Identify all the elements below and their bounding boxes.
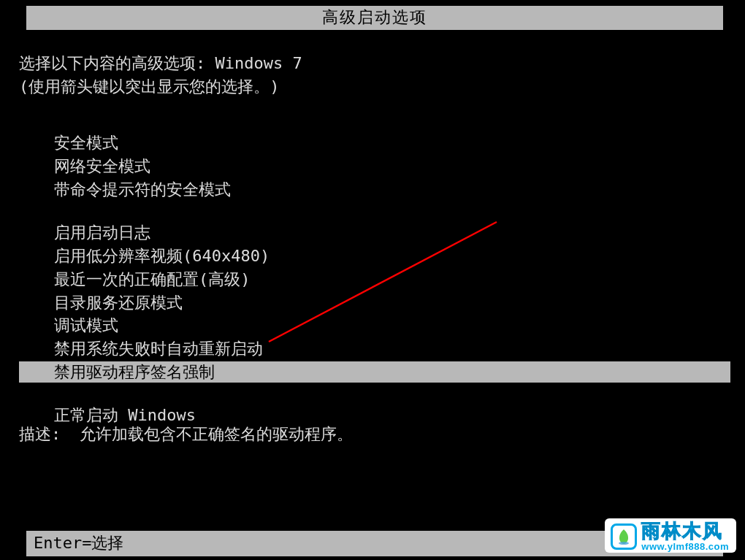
menu-item-safe-mode-command[interactable]: 带命令提示符的安全模式 bbox=[26, 179, 730, 201]
menu-item-ds-restore[interactable]: 目录服务还原模式 bbox=[26, 292, 730, 314]
watermark: 雨林木风 www.ylmf888.com bbox=[605, 518, 736, 553]
boot-menu: 安全模式 网络安全模式 带命令提示符的安全模式 启用启动日志 启用低分辨率视频(… bbox=[26, 132, 730, 426]
menu-item-safe-mode-networking[interactable]: 网络安全模式 bbox=[26, 156, 730, 177]
description-text: 允许加载包含不正确签名的驱动程序。 bbox=[80, 425, 353, 443]
title-text: 高级启动选项 bbox=[322, 8, 427, 26]
menu-item-safe-mode[interactable]: 安全模式 bbox=[26, 132, 730, 154]
description-label: 描述: bbox=[19, 425, 61, 443]
title-bar: 高级启动选项 bbox=[26, 6, 723, 30]
menu-item-disable-driver-sig[interactable]: 禁用驱动程序签名强制 bbox=[19, 361, 730, 383]
watermark-text: 雨林木风 www.ylmf888.com bbox=[641, 521, 729, 551]
menu-spacer bbox=[26, 202, 730, 222]
menu-item-low-res-video[interactable]: 启用低分辨率视频(640x480) bbox=[26, 245, 730, 267]
enter-hint: Enter=选择 bbox=[34, 534, 123, 552]
svg-point-1 bbox=[619, 542, 629, 545]
menu-item-disable-auto-restart[interactable]: 禁用系统失败时自动重新启动 bbox=[26, 338, 730, 360]
menu-item-debug-mode[interactable]: 调试模式 bbox=[26, 315, 730, 337]
description-block: 描述: 允许加载包含不正确签名的驱动程序。 bbox=[19, 423, 353, 445]
hint-line: (使用箭头键以突出显示您的选择。) bbox=[19, 76, 730, 98]
watermark-icon bbox=[611, 523, 637, 550]
menu-item-last-known-good[interactable]: 最近一次的正确配置(高级) bbox=[26, 269, 730, 291]
watermark-name: 雨林木风 bbox=[641, 521, 729, 540]
content-area: 选择以下内容的高级选项: Windows 7 (使用箭头键以突出显示您的选择。)… bbox=[19, 53, 730, 428]
watermark-url: www.ylmf888.com bbox=[641, 542, 729, 551]
menu-item-boot-logging[interactable]: 启用启动日志 bbox=[26, 222, 730, 244]
intro-line: 选择以下内容的高级选项: Windows 7 bbox=[19, 53, 730, 74]
menu-spacer bbox=[26, 384, 730, 404]
